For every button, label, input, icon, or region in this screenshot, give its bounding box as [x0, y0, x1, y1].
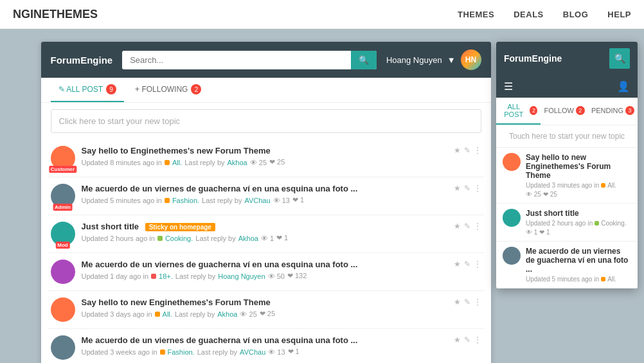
post-actions: ★ ✎ ⋮: [454, 335, 481, 344]
category-link[interactable]: Cooking.: [165, 235, 193, 242]
user-info: Hoang Nguyen ▼ HN: [386, 49, 481, 70]
post-actions: ★ ✎ ⋮: [454, 297, 481, 306]
post-actions: ★ ✎ ⋮: [454, 146, 481, 155]
mobile-tab-follow-badge: 2: [576, 106, 585, 115]
category-dot: [601, 277, 605, 281]
post-meta: Updated 2 hours ago in Cooking. 👁 1 ❤ 1: [526, 220, 631, 236]
category-link[interactable]: Fashion.: [168, 348, 195, 356]
mobile-tab-follow[interactable]: FOLLOW 2: [541, 98, 587, 125]
delete-icon[interactable]: ⋮: [474, 260, 481, 269]
edit-icon[interactable]: ✎: [464, 222, 470, 231]
category-dot: [165, 160, 170, 165]
star-icon[interactable]: ★: [454, 297, 461, 306]
post-content: Me acuerdo de un viernes de guacherna ví…: [526, 247, 631, 283]
delete-icon[interactable]: ⋮: [474, 335, 481, 344]
category-dot: [157, 236, 163, 241]
forum-panel: ForumEngine 🔍 Hoang Nguyen ▼ HN ✎ ALL PO…: [41, 42, 491, 363]
edit-icon[interactable]: ✎: [464, 146, 470, 155]
category-dot: [160, 350, 165, 355]
avatar: [503, 153, 521, 171]
new-topic-bar[interactable]: Click here to start your new topic: [51, 109, 481, 133]
category-dot: [165, 198, 170, 203]
avatar: [503, 209, 521, 227]
sticky-badge: Sticky on homepage: [145, 223, 215, 231]
logo-prefix: NGINE: [13, 8, 49, 21]
star-icon[interactable]: ★: [454, 146, 461, 155]
category-link[interactable]: 18+.: [159, 272, 173, 280]
mobile-tab-all-post[interactable]: ALL POST 2: [496, 98, 541, 125]
mobile-tab-pending[interactable]: PENDING 3: [588, 98, 638, 125]
edit-icon[interactable]: ✎: [464, 260, 470, 269]
reply-user[interactable]: Akhoa: [217, 310, 237, 318]
delete-icon[interactable]: ⋮: [474, 222, 481, 231]
mobile-tab-all-label: ALL POST: [499, 103, 528, 118]
reply-user[interactable]: AVChau: [244, 197, 270, 204]
top-navigation: NGINETHEMES THEMES DEALS BLOG HELP: [0, 0, 644, 29]
reply-user[interactable]: Akhoa: [238, 235, 258, 242]
nav-help[interactable]: HELP: [607, 10, 631, 19]
avatar: Admin: [51, 184, 75, 208]
post-content: Me acuerdo de un viernes de guacherna ví…: [82, 184, 447, 204]
category-link[interactable]: All.: [163, 310, 172, 318]
post-meta: Updated 5 minutes ago in All.: [526, 276, 631, 283]
nav-blog[interactable]: BLOG: [563, 10, 589, 19]
search-button[interactable]: 🔍: [351, 51, 377, 69]
nav-deals[interactable]: DEALS: [514, 10, 544, 19]
post-content: Say hello to new Enginethemes's Forum Th…: [526, 153, 631, 198]
category-dot: [155, 312, 160, 317]
search-wrap: 🔍: [122, 51, 377, 69]
star-icon[interactable]: ★: [454, 222, 461, 231]
edit-icon[interactable]: ✎: [464, 297, 470, 306]
avatar[interactable]: HN: [461, 49, 481, 70]
post-meta: Updated 3 minutes ago in All. 👁 25 ❤ 25: [526, 182, 631, 198]
delete-icon[interactable]: ⋮: [474, 184, 481, 193]
tab-all-post-badge: 9: [106, 84, 116, 94]
nav-themes[interactable]: THEMES: [458, 10, 494, 19]
post-title[interactable]: Just short title Sticky on homepage: [82, 222, 447, 231]
delete-icon[interactable]: ⋮: [474, 297, 481, 306]
person-icon[interactable]: 👤: [617, 80, 630, 93]
delete-icon[interactable]: ⋮: [474, 146, 481, 155]
star-icon[interactable]: ★: [454, 335, 461, 344]
mobile-logo: ForumEngine: [504, 53, 562, 64]
user-badge: Customer: [49, 166, 76, 173]
search-input[interactable]: [122, 51, 377, 69]
mobile-tab-pending-badge: 3: [625, 106, 634, 115]
post-title[interactable]: Say hello to new Enginethemes's Forum Th…: [526, 153, 631, 180]
user-badge: Admin: [53, 204, 73, 211]
post-title[interactable]: Say hello to Enginethemes's new Forum Th…: [82, 146, 447, 155]
mobile-panel: ForumEngine 🔍 ☰ 👤 ALL POST 2 FOLLOW 2 PE…: [496, 42, 638, 288]
reply-user[interactable]: AVChau: [240, 348, 265, 356]
star-icon[interactable]: ★: [454, 260, 461, 269]
post-content: Me acuerdo de un viernes de guacherna ví…: [82, 260, 447, 280]
post-title[interactable]: Me acuerdo de un viernes de guacherna ví…: [82, 260, 447, 269]
post-meta: Updated 5 minutes ago in Fashion. Last r…: [82, 196, 447, 204]
post-title[interactable]: Just short title: [526, 209, 631, 218]
category-link[interactable]: Fashion.: [172, 197, 199, 204]
edit-icon[interactable]: ✎: [464, 335, 470, 344]
tab-following-label: + FOLLOWING: [135, 85, 188, 94]
avatar: [503, 247, 521, 265]
avatar: [51, 297, 75, 322]
post-title[interactable]: Me acuerdo de un viernes de guacherna ví…: [82, 184, 447, 193]
user-badge: Mod: [55, 242, 69, 249]
post-title[interactable]: Me acuerdo de un viernes de guacherna ví…: [82, 335, 447, 345]
site-logo: NGINETHEMES: [13, 8, 98, 21]
list-item: Just short title Updated 2 hours ago in …: [496, 204, 638, 242]
star-icon[interactable]: ★: [454, 184, 461, 193]
table-row: Customer Say hello to Enginethemes's new…: [48, 139, 485, 177]
reply-user[interactable]: Hoang Nguyen: [218, 272, 265, 280]
tab-following[interactable]: + FOLLOWING 2: [127, 78, 209, 102]
post-actions: ★ ✎ ⋮: [454, 222, 481, 231]
edit-icon[interactable]: ✎: [464, 184, 470, 193]
post-title[interactable]: Me acuerdo de un viernes de guacherna ví…: [526, 247, 631, 274]
hamburger-icon[interactable]: ☰: [504, 80, 513, 93]
category-link[interactable]: All.: [172, 159, 182, 166]
post-title[interactable]: Say hello to new Enginethemes's Forum Th…: [82, 297, 447, 307]
reply-user[interactable]: Akhoa: [228, 159, 247, 166]
tab-all-post[interactable]: ✎ ALL POST 9: [51, 78, 125, 102]
mobile-new-topic[interactable]: Touch here to start your new topic: [496, 125, 638, 148]
main-content: ForumEngine 🔍 Hoang Nguyen ▼ HN ✎ ALL PO…: [0, 29, 644, 363]
logo-suffix: THEMES: [49, 8, 98, 21]
mobile-search-button[interactable]: 🔍: [609, 48, 630, 69]
